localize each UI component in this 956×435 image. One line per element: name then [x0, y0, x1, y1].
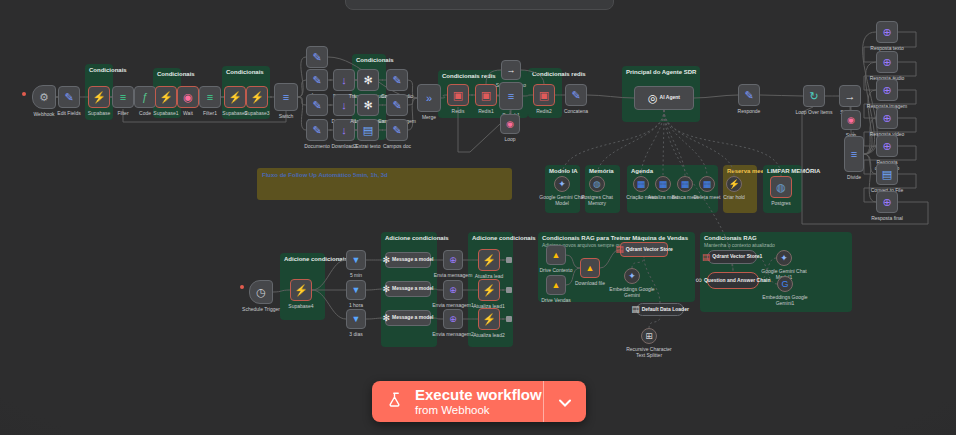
node-loop-over-items[interactable]: ↻ — [803, 85, 825, 107]
node-supabase3[interactable]: ⚡ — [246, 86, 268, 108]
node-wait[interactable]: ◉ — [177, 86, 199, 108]
node-drive-contexto[interactable]: ▲ — [546, 245, 566, 265]
node-campos-imagem[interactable]: ✎ — [386, 94, 408, 116]
node-title: Message a model — [392, 257, 433, 263]
node-campos-udio[interactable]: ✎ — [386, 69, 408, 91]
node-redis[interactable]: ▣ — [447, 84, 469, 106]
node-resposta-udio[interactable]: ⊕ — [876, 51, 898, 73]
node-postgres[interactable]: ◍ — [770, 176, 792, 198]
connection-wire — [298, 57, 306, 97]
node-resposta-texto[interactable]: ⊕ — [876, 21, 898, 43]
node-resposta-v-deo[interactable]: ⊕ — [876, 107, 898, 129]
node-question-and-answer-chain[interactable]: ∞Question and Answer Chain — [707, 272, 759, 289]
group-title: Condicionais — [352, 54, 386, 64]
node-label: Embeddings Google Gemini — [609, 286, 655, 298]
node-atualiza-lead[interactable]: ⚡ — [478, 249, 500, 271]
node-default-data-loader[interactable]: ▤Default Data Loader — [636, 303, 684, 316]
redis-icon: ▣ — [539, 90, 549, 101]
arrow-icon: → — [845, 91, 856, 102]
node-schedule-trigger[interactable]: ◷ — [249, 280, 273, 304]
node-transcreve-udio[interactable]: ✻ — [357, 69, 379, 91]
sticky-note[interactable]: Fluxo de Follow Up Automático 5min, 1h, … — [257, 168, 512, 200]
node-redis2[interactable]: ▣ — [533, 84, 555, 106]
http-icon: ⊕ — [882, 197, 891, 208]
node-postgres-chat-memory[interactable]: ◍ — [589, 176, 605, 192]
node-embeddings-google-gemini[interactable]: ✦ — [624, 268, 640, 284]
node-envia-mensagem2[interactable]: ⊕ — [443, 309, 463, 329]
postgres-icon: ◍ — [593, 180, 601, 189]
node-webhook[interactable]: ⚙ — [32, 85, 56, 109]
node-filter1[interactable]: ≡ — [199, 86, 221, 108]
group-subtitle: Mantenha o contexto atualizado — [700, 242, 852, 249]
node-message-a-model[interactable]: ✻Message a model — [385, 281, 431, 297]
execute-options-dropdown[interactable] — [543, 381, 586, 422]
refresh-icon: ↻ — [809, 91, 818, 102]
node-stop[interactable]: ◉ — [841, 110, 861, 130]
execute-workflow-button[interactable]: Execute workflow from Webhook — [372, 381, 586, 422]
loop-icon: ◉ — [506, 120, 514, 129]
workflow-canvas[interactable]: CondicionaisCondicionaisCondicionaisCond… — [0, 0, 956, 435]
error-indicator — [240, 285, 244, 289]
node-udio[interactable]: ✎ — [306, 69, 328, 91]
pencil-icon: ✎ — [392, 125, 401, 136]
node-embeddings-google-gemini1[interactable]: G — [777, 276, 793, 292]
node-divide[interactable]: ≡ — [844, 136, 864, 172]
top-panel-edge — [345, 0, 614, 10]
node-title: AI Agent — [660, 95, 680, 101]
node-texto[interactable]: ✎ — [306, 46, 328, 68]
group-title: Condicionais — [153, 68, 181, 78]
node-download-file[interactable]: ▲ — [580, 258, 600, 278]
node-deleta-meet[interactable]: ▦ — [699, 176, 715, 192]
node-se-novo-fluxo[interactable]: → — [501, 60, 521, 80]
node-qdrant-vector-store1[interactable]: ▤Qdrant Vector Store1 — [707, 250, 757, 264]
execute-workflow-main[interactable]: Execute workflow from Webhook — [372, 381, 543, 422]
node-criar-hold[interactable]: ⚡ — [726, 176, 742, 192]
node-convert-to-file[interactable]: ▤ — [876, 163, 898, 185]
node-loop[interactable]: ◉ — [500, 114, 520, 134]
openai-icon: ✻ — [363, 75, 372, 86]
node-label: Divide — [831, 174, 877, 180]
node-ai-agent[interactable]: ◎AI Agent — [634, 86, 694, 110]
node-envia-mensagem[interactable]: ⊕ — [443, 250, 463, 270]
node-se-m-dia[interactable]: → — [839, 85, 861, 107]
node-recursive-character-text-splitter[interactable]: ⊞ — [641, 328, 657, 344]
node-code[interactable]: ƒ — [134, 86, 156, 108]
node-qdrant-vector-store[interactable]: ▤Qdrant Vector Store — [620, 242, 668, 257]
node-supabase2[interactable]: ⚡ — [224, 86, 246, 108]
supabase-lightning-icon: ⚡ — [294, 285, 308, 296]
node-supabase[interactable]: ⚡ — [88, 86, 110, 108]
node-label: Drive Vendas — [533, 297, 579, 303]
node-resposta-imagem[interactable]: ⊕ — [876, 79, 898, 101]
node-3-dias[interactable]: ▼ — [346, 309, 366, 329]
node-label: 5 min — [333, 272, 379, 278]
node-resposta-documento[interactable]: ⊕ — [876, 135, 898, 157]
node-filter[interactable]: ≡ — [112, 86, 134, 108]
node-google-gemini-chat-model[interactable]: ✦ — [554, 176, 570, 192]
node-atualiza-lead2[interactable]: ⚡ — [478, 308, 500, 330]
node-drive-vendas[interactable]: ▲ — [546, 275, 566, 295]
node-busca-meet[interactable]: ▦ — [677, 176, 693, 192]
download-icon: ↓ — [341, 75, 347, 86]
node-concatena[interactable]: ✎ — [565, 84, 587, 106]
node-edit-fields[interactable]: ✎ — [58, 86, 80, 108]
supabase-lightning-icon: ⚡ — [228, 92, 242, 103]
node-switch1[interactable]: ≡ — [499, 82, 523, 110]
node-campos-doc[interactable]: ✎ — [386, 119, 408, 141]
node-supabase1[interactable]: ⚡ — [155, 86, 177, 108]
node-download[interactable]: ↓ — [333, 69, 355, 91]
chevron-down-icon — [559, 393, 571, 411]
node-responde[interactable]: ✎ — [738, 84, 760, 106]
node-resposta-final[interactable]: ⊕ — [876, 191, 898, 213]
node-1-hora[interactable]: ▼ — [346, 280, 366, 300]
node-label: Postgres — [758, 200, 804, 206]
node-cria-o-meet[interactable]: ▦ — [633, 176, 649, 192]
node-atualiza-lead1[interactable]: ⚡ — [478, 279, 500, 301]
node-supabase4[interactable]: ⚡ — [290, 279, 312, 301]
node-message-a-model[interactable]: ✻Message a model — [385, 252, 431, 268]
node-atualiza-meet[interactable]: ▦ — [655, 176, 671, 192]
node-google-gemini-chat-model1[interactable]: ✦ — [776, 250, 792, 266]
node-envia-mensagem1[interactable]: ⊕ — [443, 280, 463, 300]
node-message-a-model[interactable]: ✻Message a model — [385, 310, 431, 326]
node-5-min[interactable]: ▼ — [346, 250, 366, 270]
loader-icon: ▤ — [631, 305, 640, 314]
